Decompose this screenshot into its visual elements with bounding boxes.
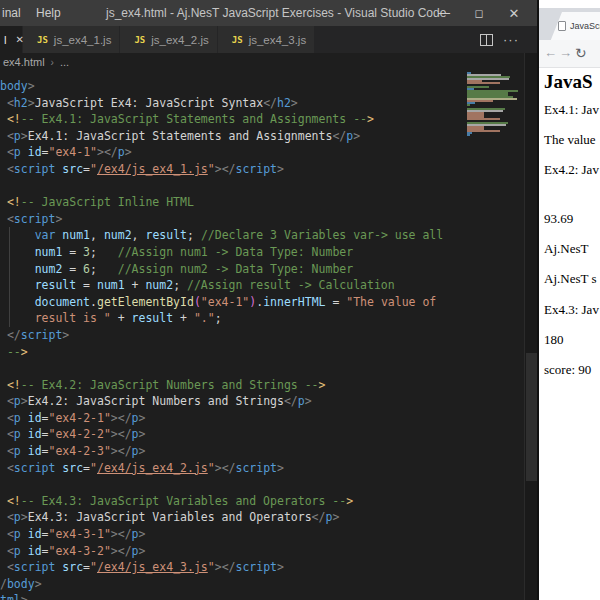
code-line: <!-- Ex4.2: JavaScript Numbers and Strin… [0, 377, 465, 394]
code-line: body> [0, 78, 465, 95]
browser-tabstrip: JavaScrip [539, 8, 600, 40]
code-line: <p id="ex4-3-2"></p> [0, 543, 465, 560]
code-line: <p>Ex4.1: JavaScript Statements and Assi… [0, 128, 465, 145]
minimap-line [467, 134, 523, 136]
tab-label: js_ex4_3.js [249, 34, 307, 46]
forward-icon[interactable]: → [559, 45, 572, 60]
code-line: <script src="/ex4/js_ex4_3.js"></script> [0, 559, 465, 576]
browser-page: JavaS Ex4.1: JavThe valueEx4.2: Jav93.69… [539, 68, 600, 600]
code-line: <script> [0, 211, 465, 228]
code-line: result is " + result + "."; [0, 310, 465, 327]
split-editor-icon[interactable] [480, 34, 493, 46]
code-line: num1 = 3; //Assign num1 -> Data Type: Nu… [0, 244, 465, 261]
code-line: </script> [0, 327, 465, 344]
code-line: result = num1 + num2; //Assign result ->… [0, 277, 465, 294]
maximize-button[interactable]: ◻ [463, 0, 495, 26]
code-line: <!-- JavaScript Inline HTML [0, 194, 465, 211]
tab-bar-actions: ··· [480, 26, 519, 53]
rendered-paragraph: Ex4.2: Jav [544, 162, 599, 178]
code-line [0, 476, 465, 493]
code-line [0, 178, 465, 195]
tab-js-ex4-html-partial[interactable]: l ✕ [0, 26, 23, 53]
code-line: tml> [0, 592, 465, 600]
code-line [0, 360, 465, 377]
js-file-icon: JS [134, 35, 145, 45]
tab-js_ex4_3-js[interactable]: JSjs_ex4_3.js [218, 26, 315, 53]
tab-group: JSjs_ex4_1.jsJSjs_ex4_2.jsJSjs_ex4_3.js [23, 26, 315, 53]
rendered-paragraph: 180 [544, 332, 564, 348]
rendered-paragraph: score: 90 [544, 362, 591, 378]
editor-scrollbar[interactable] [524, 53, 537, 600]
editor-tab-bar: l ✕ JSjs_ex4_1.jsJSjs_ex4_2.jsJSjs_ex4_3… [0, 26, 537, 53]
rendered-paragraph: The value [544, 132, 596, 148]
code-line: <script src="/ex4/js_ex4_2.js"></script> [0, 460, 465, 477]
code-line: <script src="/ex4/js_ex4_1.js"></script> [0, 161, 465, 178]
code-line: <p id="ex4-2-1"></p> [0, 410, 465, 427]
back-icon[interactable]: ← [544, 45, 557, 60]
code-line: <!-- Ex4.3: JavaScript Variables and Ope… [0, 493, 465, 510]
tab-label-partial: l [4, 34, 7, 46]
tab-js_ex4_1-js[interactable]: JSjs_ex4_1.js [23, 26, 120, 53]
code-line: <p id="ex4-2-3"></p> [0, 443, 465, 460]
code-line: num2 = 6; //Assign num2 -> Data Type: Nu… [0, 261, 465, 278]
more-actions-icon[interactable]: ··· [503, 35, 519, 45]
close-button[interactable]: ✕ [498, 0, 530, 26]
rendered-paragraph: Aj.NesT s [544, 271, 596, 287]
rendered-heading: JavaS [544, 71, 593, 93]
vscode-window: inal Help js_ex4.html - Aj.NesT JavaScri… [0, 0, 537, 600]
rendered-paragraph: Aj.NesT [544, 241, 588, 257]
code-line: /body> [0, 576, 465, 593]
code-line: document.getElementById("ex4-1").innerHT… [0, 294, 465, 311]
code-line: <p id="ex4-1"></p> [0, 144, 465, 161]
reload-icon[interactable]: ↻ [575, 45, 587, 61]
menu-terminal[interactable]: inal [2, 6, 21, 20]
minimize-button[interactable]: — [428, 0, 460, 26]
js-file-icon: JS [232, 35, 243, 45]
browser-window: JavaScrip ← → ↻ JavaS Ex4.1: JavThe valu… [537, 0, 600, 600]
rendered-paragraph: Ex4.1: Jav [544, 102, 599, 118]
minimap[interactable] [467, 72, 523, 136]
browser-toolbar: ← → ↻ [539, 40, 600, 68]
code-line: <p id="ex4-2-2"></p> [0, 426, 465, 443]
js-file-icon: JS [37, 35, 48, 45]
tab-label: js_ex4_2.js [151, 34, 209, 46]
code-line: <!-- Ex4.1: JavaScript Statements and As… [0, 111, 465, 128]
browser-tab[interactable]: JavaScrip [541, 12, 600, 40]
code-line: <h2>JavaScript Ex4: JavaScript Syntax</h… [0, 95, 465, 112]
code-line: var num1, num2, result; //Declare 3 Vari… [0, 227, 465, 244]
code-line: --> [0, 344, 465, 361]
rendered-paragraph: 93.69 [544, 211, 573, 227]
tab-label: js_ex4_1.js [54, 34, 112, 46]
breadcrumb: ex4.html › ... [3, 56, 69, 68]
browser-tab-label: JavaScrip [570, 21, 600, 31]
tab-js_ex4_2-js[interactable]: JSjs_ex4_2.js [120, 26, 217, 53]
breadcrumb-symbol[interactable]: ... [60, 56, 69, 68]
page-icon [558, 21, 566, 31]
breadcrumb-file[interactable]: ex4.html [3, 56, 45, 68]
window-title: js_ex4.html - Aj.NesT JavaScript Exercis… [106, 6, 446, 20]
title-bar: inal Help js_ex4.html - Aj.NesT JavaScri… [0, 0, 537, 26]
chevron-right-icon: › [51, 57, 54, 68]
code-line: <p id="ex4-3-1"></p> [0, 526, 465, 543]
rendered-paragraph: Ex4.3: Jav [544, 302, 599, 318]
menu-help[interactable]: Help [36, 6, 61, 20]
indent-guide [9, 227, 10, 327]
code-line: <p>Ex4.2: JavaScript Numbers and Strings… [0, 393, 465, 410]
code-line: <p>Ex4.3: JavaScript Variables and Opera… [0, 509, 465, 526]
code-area[interactable]: body> <h2>JavaScript Ex4: JavaScript Syn… [0, 78, 465, 600]
browser-frame-top [539, 0, 600, 8]
